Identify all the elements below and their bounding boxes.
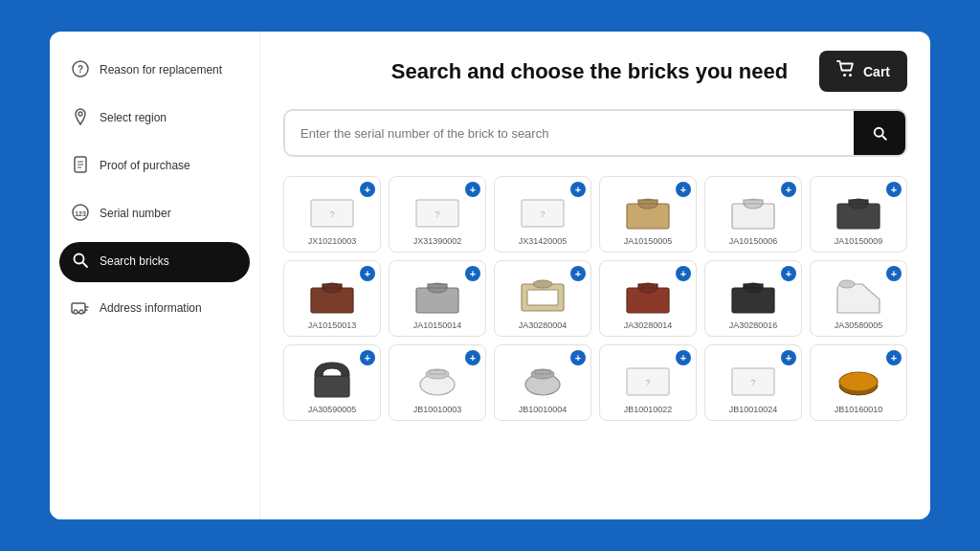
brick-image: ? xyxy=(727,353,780,401)
brick-add-button[interactable]: + xyxy=(465,266,480,281)
brick-card[interactable]: + JB10010003 xyxy=(389,344,486,421)
brick-card[interactable]: + ? JB10010022 xyxy=(599,344,697,421)
brick-code: JX31420005 xyxy=(519,236,568,246)
brick-card[interactable]: + JA10150009 xyxy=(810,176,907,253)
svg-point-46 xyxy=(839,280,855,288)
sidebar-item-label-address: Address information xyxy=(100,301,202,317)
brick-code: JX31390002 xyxy=(413,236,462,246)
brick-add-button[interactable]: + xyxy=(676,266,691,281)
brick-add-button[interactable]: + xyxy=(886,266,902,281)
sidebar-item-region[interactable]: Select region xyxy=(59,99,250,139)
brick-card[interactable]: + JA10150006 xyxy=(704,176,802,253)
proof-icon xyxy=(71,156,90,177)
svg-rect-38 xyxy=(527,290,558,305)
svg-rect-47 xyxy=(315,376,349,397)
brick-image xyxy=(833,269,885,317)
outer-container: ?Reason for replacementSelect regionProo… xyxy=(0,0,980,551)
svg-rect-53 xyxy=(535,370,550,374)
brick-add-button[interactable]: + xyxy=(360,266,375,281)
svg-point-12 xyxy=(74,310,78,314)
brick-card[interactable]: + JB10160010 xyxy=(810,344,907,421)
brick-card[interactable]: + JA30590005 xyxy=(283,344,381,421)
brick-code: JA10150005 xyxy=(624,236,673,246)
brick-image: ? xyxy=(517,185,569,232)
brick-add-button[interactable]: + xyxy=(465,182,480,197)
brick-card[interactable]: + JA30280004 xyxy=(494,260,591,337)
brick-add-button[interactable]: + xyxy=(781,266,796,281)
top-bar: Search and choose the bricks you need Ca… xyxy=(283,51,907,92)
brick-code: JB10010024 xyxy=(729,405,778,414)
svg-point-59 xyxy=(839,372,878,391)
brick-add-button[interactable]: + xyxy=(676,182,691,197)
svg-rect-30 xyxy=(849,200,868,204)
svg-rect-24 xyxy=(638,200,657,204)
brick-add-button[interactable]: + xyxy=(360,350,375,365)
sidebar-item-search[interactable]: Search bricks xyxy=(59,242,250,282)
svg-point-13 xyxy=(79,310,83,314)
search-bar xyxy=(283,109,907,157)
brick-code: JA30590005 xyxy=(308,405,357,414)
svg-text:?: ? xyxy=(434,209,439,219)
brick-card[interactable]: + JA10150014 xyxy=(389,260,486,337)
cart-label: Cart xyxy=(863,64,890,79)
svg-point-15 xyxy=(849,74,852,77)
brick-image xyxy=(622,185,675,232)
brick-image xyxy=(517,269,569,317)
brick-add-button[interactable]: + xyxy=(781,182,796,197)
brick-card[interactable]: + JA30580005 xyxy=(810,260,907,337)
search-button[interactable] xyxy=(854,111,905,155)
brick-add-button[interactable]: + xyxy=(465,350,480,365)
brick-image xyxy=(833,353,885,401)
brick-code: JB10010022 xyxy=(624,405,673,414)
cart-button[interactable]: Cart xyxy=(819,51,907,92)
brick-image: ? xyxy=(306,185,359,232)
brick-card[interactable]: + JB10010004 xyxy=(494,344,591,421)
svg-text:?: ? xyxy=(645,378,650,387)
svg-text:?: ? xyxy=(78,64,83,75)
sidebar-item-reason[interactable]: ?Reason for replacement xyxy=(59,51,250,91)
brick-card[interactable]: + ? JX31420005 xyxy=(494,176,591,253)
sidebar-item-label-search: Search bricks xyxy=(100,254,169,270)
address-icon xyxy=(71,299,90,319)
brick-card[interactable]: + JA30280016 xyxy=(704,260,802,337)
brick-add-button[interactable]: + xyxy=(570,350,586,365)
sidebar-item-label-proof: Proof of purchase xyxy=(100,159,190,174)
brick-image xyxy=(727,185,780,232)
svg-text:123: 123 xyxy=(75,210,86,217)
svg-rect-27 xyxy=(744,200,763,204)
brick-add-button[interactable]: + xyxy=(360,182,375,197)
sidebar-item-label-reason: Reason for replacement xyxy=(100,63,222,78)
brick-image xyxy=(412,353,464,401)
brick-card[interactable]: + JA30280014 xyxy=(599,260,697,337)
brick-add-button[interactable]: + xyxy=(781,350,796,365)
svg-rect-42 xyxy=(638,284,657,288)
brick-card[interactable]: + ? JX10210003 xyxy=(283,176,381,253)
svg-point-39 xyxy=(533,280,552,288)
main-window: ?Reason for replacementSelect regionProo… xyxy=(50,32,930,519)
svg-rect-33 xyxy=(323,284,342,288)
brick-add-button[interactable]: + xyxy=(570,266,586,281)
search-icon xyxy=(71,252,90,273)
brick-card[interactable]: + ? JX31390002 xyxy=(389,176,486,253)
brick-add-button[interactable]: + xyxy=(886,350,902,365)
bricks-grid: + ? JX10210003+ ? JX31390002+ ? JX314200… xyxy=(283,176,907,421)
brick-code: JA10150013 xyxy=(308,320,357,330)
brick-image xyxy=(727,269,780,317)
brick-add-button[interactable]: + xyxy=(886,182,902,197)
brick-card[interactable]: + ? JB10010024 xyxy=(704,344,802,421)
sidebar-item-address[interactable]: Address information xyxy=(59,290,250,328)
brick-image xyxy=(833,185,885,232)
brick-code: JB10010003 xyxy=(413,405,462,414)
sidebar-item-proof[interactable]: Proof of purchase xyxy=(59,146,250,187)
brick-card[interactable]: + JA10150013 xyxy=(283,260,381,337)
brick-image xyxy=(306,353,359,401)
brick-add-button[interactable]: + xyxy=(570,182,586,197)
svg-point-14 xyxy=(843,74,846,77)
brick-add-button[interactable]: + xyxy=(676,350,691,365)
brick-card[interactable]: + JA10150005 xyxy=(599,176,697,253)
sidebar-item-serial[interactable]: 123Serial number xyxy=(59,194,250,234)
reason-icon: ? xyxy=(71,60,90,81)
search-input[interactable] xyxy=(285,113,854,154)
brick-image: ? xyxy=(412,185,464,232)
brick-code: JX10210003 xyxy=(308,236,357,246)
